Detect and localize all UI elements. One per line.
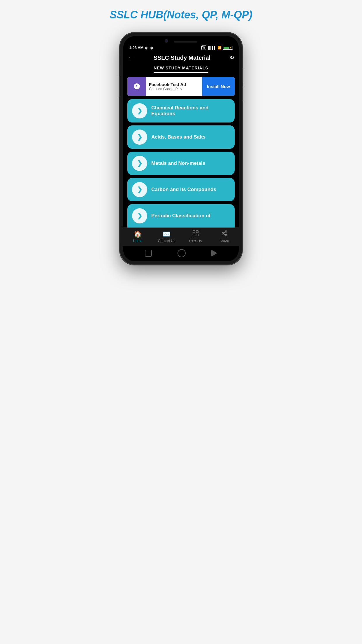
back-nav-btn[interactable] xyxy=(211,250,217,257)
nav-contact[interactable]: ✉️ Contact Us xyxy=(158,230,175,243)
list-item-label-5: Periodic Classification of xyxy=(151,213,210,219)
svg-rect-2 xyxy=(196,231,198,233)
status-bar: 1:08 AM ◎ ◎ Yt ▐▌▌▌ 📶 ⚡ xyxy=(123,44,239,51)
signal-icon: ▐▌▌▌ xyxy=(207,46,216,50)
wifi-icon: 📶 xyxy=(217,46,222,50)
list-item[interactable]: ❯ Carbon and Its Compounds xyxy=(127,178,235,201)
ad-title: Facebook Test Ad xyxy=(149,82,199,87)
ad-app-icon xyxy=(127,77,146,96)
svg-point-6 xyxy=(222,232,224,234)
phone-notch xyxy=(123,36,239,44)
tab-bar: NEW STUDY MATERIALS xyxy=(123,66,239,75)
notification-icon-1: ◎ xyxy=(145,46,148,50)
svg-point-5 xyxy=(225,231,227,232)
nav-home-label: Home xyxy=(133,239,142,243)
ad-text: Facebook Test Ad Get it on Google Play xyxy=(146,80,202,93)
battery-icon: ⚡ xyxy=(223,46,233,50)
yt-icon: Yt xyxy=(201,46,206,50)
bottom-nav: 🏠 Home ✉️ Contact Us Rate Us xyxy=(123,228,239,246)
share-icon xyxy=(221,230,228,238)
back-button[interactable]: ← xyxy=(128,54,134,62)
contact-icon: ✉️ xyxy=(163,230,171,238)
content-area: Facebook Test Ad Get it on Google Play I… xyxy=(123,75,239,228)
square-nav-btn[interactable] xyxy=(145,250,152,257)
refresh-button[interactable]: ↻ xyxy=(230,55,234,61)
status-right: Yt ▐▌▌▌ 📶 ⚡ xyxy=(201,46,233,50)
list-item[interactable]: ❯ Acids, Bases and Salts xyxy=(127,125,235,149)
tab-new-study-materials[interactable]: NEW STUDY MATERIALS xyxy=(154,66,208,73)
app-bar: ← SSLC Study Material ↻ xyxy=(123,51,239,66)
svg-rect-1 xyxy=(193,231,195,233)
app-bar-title: SSLC Study Material xyxy=(154,55,211,61)
nav-home[interactable]: 🏠 Home xyxy=(129,230,147,243)
list-item-icon-2: ❯ xyxy=(132,130,147,145)
clock: 1:08 AM xyxy=(129,46,143,50)
nav-share[interactable]: Share xyxy=(216,230,233,243)
phone-speaker xyxy=(174,41,197,43)
nav-rate-label: Rate Us xyxy=(189,239,202,243)
status-left: 1:08 AM ◎ ◎ xyxy=(129,46,153,50)
chevron-right-icon: ❯ xyxy=(137,160,142,167)
list-item-label-2: Acids, Bases and Salts xyxy=(151,134,205,140)
phone-frame: 1:08 AM ◎ ◎ Yt ▐▌▌▌ 📶 ⚡ ← SSLC Study Mat… xyxy=(120,33,242,265)
front-camera xyxy=(165,39,168,43)
notification-icon-2: ◎ xyxy=(150,46,153,50)
svg-line-9 xyxy=(223,234,225,235)
volume-up-btn xyxy=(242,68,243,82)
list-item-icon-3: ❯ xyxy=(132,156,147,171)
nav-rate[interactable]: Rate Us xyxy=(187,230,204,243)
phone-screen: 1:08 AM ◎ ◎ Yt ▐▌▌▌ 📶 ⚡ ← SSLC Study Mat… xyxy=(123,36,239,261)
nav-share-label: Share xyxy=(219,239,229,243)
gesture-bar xyxy=(123,246,239,261)
ad-banner[interactable]: Facebook Test Ad Get it on Google Play I… xyxy=(127,77,235,96)
power-btn xyxy=(119,76,120,97)
nav-contact-label: Contact Us xyxy=(158,239,175,243)
chevron-right-icon: ❯ xyxy=(137,133,142,141)
list-item-label-3: Metals and Non-metals xyxy=(151,160,205,166)
list-item[interactable]: ❯ Periodic Classification of xyxy=(127,204,235,228)
chevron-right-icon: ❯ xyxy=(137,186,142,193)
list-item-icon-1: ❯ xyxy=(132,103,147,118)
list-item-label-1: Chemical Reactions and Equations xyxy=(151,105,230,117)
messenger-icon xyxy=(131,81,142,92)
chevron-right-icon: ❯ xyxy=(137,107,142,115)
svg-point-7 xyxy=(225,235,227,236)
chevron-right-icon: ❯ xyxy=(137,212,142,220)
page-title: SSLC HUB(Notes, QP, M-QP) xyxy=(110,9,252,21)
home-icon: 🏠 xyxy=(134,230,142,238)
svg-rect-4 xyxy=(196,234,198,236)
list-item[interactable]: ❯ Chemical Reactions and Equations xyxy=(127,99,235,123)
svg-line-8 xyxy=(223,232,225,233)
ad-subtitle: Get it on Google Play xyxy=(149,87,199,91)
rate-icon xyxy=(192,230,199,238)
list-item-icon-5: ❯ xyxy=(132,208,147,223)
list-item-icon-4: ❯ xyxy=(132,182,147,197)
list-item[interactable]: ❯ Metals and Non-metals xyxy=(127,152,235,175)
list-item-label-4: Carbon and Its Compounds xyxy=(151,187,216,192)
install-now-button[interactable]: Install Now xyxy=(202,77,235,96)
home-nav-btn[interactable] xyxy=(178,249,186,257)
volume-down-btn xyxy=(242,87,243,101)
svg-rect-3 xyxy=(193,234,195,236)
